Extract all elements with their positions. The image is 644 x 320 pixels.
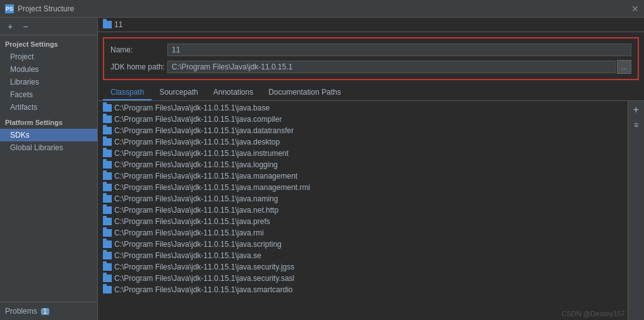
sidebar-item-global-libraries[interactable]: Global Libraries bbox=[0, 141, 97, 154]
list-item: C:\Program Files\Java\jdk-11.0.15.1\java… bbox=[98, 273, 628, 284]
specify-classpath-button[interactable]: ≡ bbox=[630, 119, 643, 131]
tab-classpath[interactable]: Classpath bbox=[103, 85, 152, 100]
list-item: C:\Program Files\Java\jdk-11.0.15.1\java… bbox=[98, 159, 628, 170]
tabs-row: Classpath Sourcepath Annotations Documen… bbox=[98, 85, 644, 101]
main-layout: + − Project Settings Project Modules Lib… bbox=[0, 18, 644, 320]
folder-icon bbox=[103, 184, 112, 191]
list-item: C:\Program Files\Java\jdk-11.0.15.1\java… bbox=[98, 182, 628, 193]
folder-icon bbox=[103, 275, 112, 282]
list-item: C:\Program Files\Java\jdk-11.0.15.1\java… bbox=[98, 250, 628, 261]
list-item: C:\Program Files\Java\jdk-11.0.15.1\java… bbox=[98, 204, 628, 216]
add-classpath-button[interactable]: + bbox=[630, 104, 643, 116]
list-item: C:\Program Files\Java\jdk-11.0.15.1\java… bbox=[98, 102, 628, 114]
sdk-folder-icon bbox=[103, 21, 112, 28]
folder-icon bbox=[103, 252, 112, 259]
sdk-list-item[interactable]: 11 bbox=[114, 20, 122, 29]
folder-icon bbox=[103, 206, 112, 214]
folder-icon bbox=[103, 240, 112, 248]
list-item: C:\Program Files\Java\jdk-11.0.15.1\java… bbox=[98, 114, 628, 125]
sidebar-item-sdks[interactable]: SDKs bbox=[0, 129, 97, 141]
title-bar-text: Project Structure bbox=[18, 4, 631, 13]
folder-icon bbox=[103, 229, 112, 237]
app-icon: PS bbox=[5, 4, 14, 13]
sdk-jdk-path-input[interactable] bbox=[167, 61, 616, 73]
list-item: C:\Program Files\Java\jdk-11.0.15.1\java… bbox=[98, 216, 628, 227]
sidebar-item-artifacts[interactable]: Artifacts bbox=[0, 101, 97, 114]
sdk-browse-button[interactable]: ... bbox=[617, 60, 631, 74]
sidebar-item-modules[interactable]: Modules bbox=[0, 63, 97, 76]
classpath-area: C:\Program Files\Java\jdk-11.0.15.1\java… bbox=[98, 101, 644, 320]
folder-icon bbox=[103, 104, 112, 112]
folder-icon bbox=[103, 127, 112, 134]
platform-settings-label: Platform Settings bbox=[0, 114, 97, 129]
sidebar-item-libraries[interactable]: Libraries bbox=[0, 76, 97, 88]
folder-icon bbox=[103, 195, 112, 203]
sidebar-bottom: Problems 1 bbox=[0, 302, 97, 320]
folder-icon bbox=[103, 172, 112, 180]
sidebar-toolbar: + − bbox=[0, 18, 97, 35]
sdk-jdk-path-label: JDK home path: bbox=[110, 62, 167, 71]
sidebar-item-facets[interactable]: Facets bbox=[0, 88, 97, 101]
folder-icon bbox=[103, 263, 112, 271]
tab-annotations[interactable]: Annotations bbox=[206, 85, 261, 100]
watermark: CSDN @Destiny157 bbox=[562, 310, 625, 317]
folder-icon bbox=[103, 218, 112, 225]
folder-icon bbox=[103, 150, 112, 157]
sidebar-item-problems[interactable]: Problems 1 bbox=[5, 305, 92, 317]
right-toolbar: + ≡ bbox=[628, 101, 644, 320]
list-item: C:\Program Files\Java\jdk-11.0.15.1\java… bbox=[98, 193, 628, 204]
sdk-name-row: Name: bbox=[110, 44, 631, 56]
list-item: C:\Program Files\Java\jdk-11.0.15.1\java… bbox=[98, 284, 628, 295]
sidebar: + − Project Settings Project Modules Lib… bbox=[0, 18, 98, 320]
sdk-name-label: Name: bbox=[110, 45, 167, 54]
tab-sourcepath[interactable]: Sourcepath bbox=[152, 85, 205, 100]
remove-sdk-button[interactable]: − bbox=[20, 20, 30, 33]
list-item: C:\Program Files\Java\jdk-11.0.15.1\java… bbox=[98, 239, 628, 250]
folder-icon bbox=[103, 138, 112, 146]
list-item: C:\Program Files\Java\jdk-11.0.15.1\java… bbox=[98, 136, 628, 148]
sdk-path-row: JDK home path: ... bbox=[110, 60, 631, 74]
sdk-config-panel: Name: JDK home path: ... bbox=[103, 37, 639, 80]
add-sdk-button[interactable]: + bbox=[5, 20, 15, 33]
sidebar-item-project[interactable]: Project bbox=[0, 50, 97, 63]
classpath-list: C:\Program Files\Java\jdk-11.0.15.1\java… bbox=[98, 101, 628, 320]
problems-badge: 1 bbox=[41, 308, 50, 315]
list-item: C:\Program Files\Java\jdk-11.0.15.1\java… bbox=[98, 125, 628, 136]
tab-documentation[interactable]: Documentation Paths bbox=[261, 85, 349, 100]
content-area: 11 Name: JDK home path: ... bbox=[98, 18, 644, 320]
list-item: C:\Program Files\Java\jdk-11.0.15.1\java… bbox=[98, 261, 628, 273]
close-button[interactable]: ✕ bbox=[631, 4, 639, 14]
list-item: C:\Program Files\Java\jdk-11.0.15.1\java… bbox=[98, 170, 628, 182]
folder-icon bbox=[103, 286, 112, 293]
sdk-name-input[interactable] bbox=[167, 44, 631, 56]
title-bar: PS Project Structure ✕ bbox=[0, 0, 644, 18]
project-settings-label: Project Settings bbox=[0, 35, 97, 50]
list-item: C:\Program Files\Java\jdk-11.0.15.1\java… bbox=[98, 227, 628, 239]
folder-icon bbox=[103, 116, 112, 123]
folder-icon bbox=[103, 161, 112, 169]
list-item: C:\Program Files\Java\jdk-11.0.15.1\java… bbox=[98, 148, 628, 159]
